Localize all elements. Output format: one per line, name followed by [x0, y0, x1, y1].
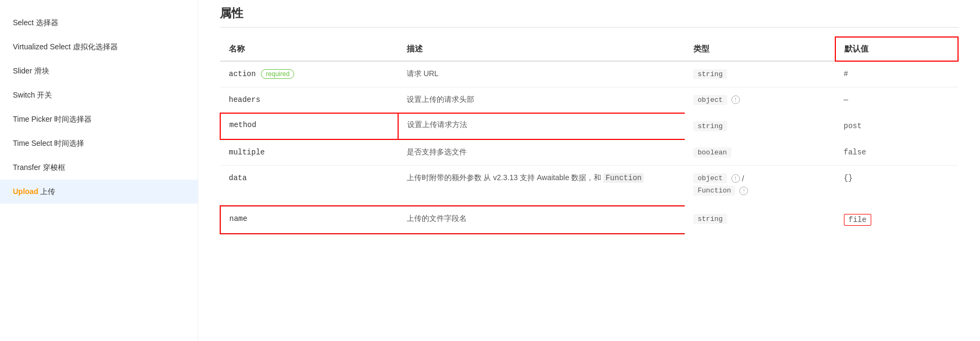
props-table: 名称 描述 类型 默认值 action required 请求 URL: [220, 36, 959, 234]
sidebar-label-zh: 时间选择: [54, 139, 84, 147]
sidebar: Select 选择器 Virtualized Select 虚拟化选择器 Sli…: [0, 0, 198, 341]
prop-type-cell: string: [685, 206, 835, 234]
sidebar-item-slider[interactable]: Slider 滑块: [0, 59, 198, 83]
type-badge: object: [693, 173, 727, 183]
default-value: false: [844, 148, 866, 157]
sidebar-label-en: Upload: [13, 187, 40, 196]
sidebar-item-time-select[interactable]: Time Select 时间选择: [0, 131, 198, 155]
table-header-row: 名称 描述 类型 默认值: [220, 37, 958, 61]
col-header-desc: 描述: [398, 37, 685, 61]
info-icon: !: [731, 95, 740, 104]
default-value: file: [844, 214, 872, 226]
prop-desc: 上传的文件字段名: [407, 214, 467, 223]
sidebar-label-en: Select: [13, 18, 36, 27]
default-value: —: [844, 95, 848, 104]
prop-type-cell: boolean: [685, 139, 835, 166]
col-header-type: 类型: [685, 37, 835, 61]
info-icon: !: [731, 174, 740, 183]
code-span: Function: [603, 173, 644, 183]
type-row-1: object ! /: [693, 173, 827, 183]
table-row: data 上传时附带的额外参数 从 v2.3.13 支持 Awaitable 数…: [220, 166, 958, 206]
prop-name-cell: name: [220, 206, 398, 234]
prop-default-cell: false: [835, 139, 959, 166]
sidebar-item-virtualized-select[interactable]: Virtualized Select 虚拟化选择器: [0, 35, 198, 59]
sidebar-item-transfer[interactable]: Transfer 穿梭框: [0, 155, 198, 180]
type-row-2: Function !: [693, 186, 827, 196]
type-badge: object: [693, 95, 727, 105]
prop-default-cell: post: [835, 113, 959, 139]
default-value: {}: [844, 174, 853, 182]
sidebar-item-upload[interactable]: Upload 上传: [0, 180, 198, 204]
default-value: #: [844, 70, 848, 78]
sidebar-label-zh: 选择器: [36, 18, 58, 27]
prop-desc: 设置上传的请求头部: [407, 95, 474, 103]
sidebar-label-en: Time Picker: [13, 115, 54, 123]
sidebar-label-zh: 滑块: [34, 66, 49, 75]
prop-desc-cell: 上传时附带的额外参数 从 v2.3.13 支持 Awaitable 数据，和 F…: [398, 166, 685, 206]
sidebar-label-zh: 时间选择器: [54, 115, 92, 123]
table-row: method 设置上传请求方法 string post: [220, 113, 958, 139]
prop-name-cell: data: [220, 166, 398, 206]
type-badge: string: [693, 69, 727, 79]
sidebar-label-zh: 上传: [40, 187, 55, 196]
sidebar-label-en: Switch: [13, 91, 37, 99]
prop-default-cell: —: [835, 87, 959, 114]
prop-name: data: [229, 174, 247, 182]
table-row: name 上传的文件字段名 string file: [220, 206, 958, 234]
default-value: post: [844, 122, 862, 130]
sidebar-label-zh: 开关: [37, 91, 52, 99]
prop-name: action: [229, 70, 256, 78]
type-badge: boolean: [693, 147, 731, 158]
sidebar-label-en: Transfer: [13, 163, 43, 172]
sidebar-item-time-picker[interactable]: Time Picker 时间选择器: [0, 107, 198, 131]
prop-desc-cell: 请求 URL: [398, 61, 685, 87]
table-row: multiple 是否支持多选文件 boolean false: [220, 139, 958, 166]
prop-desc: 上传时附带的额外参数 从 v2.3.13 支持 Awaitable 数据，和 F…: [407, 173, 644, 182]
info-icon: !: [739, 187, 748, 195]
sidebar-label-zh: 虚拟化选择器: [73, 42, 118, 51]
sidebar-label-en: Slider: [13, 66, 34, 75]
prop-type-cell: string: [685, 113, 835, 139]
prop-desc: 设置上传请求方法: [407, 120, 467, 129]
prop-name: headers: [229, 95, 260, 104]
prop-name: method: [229, 121, 256, 129]
prop-name-cell: action required: [220, 61, 398, 87]
sidebar-label-zh: 穿梭框: [43, 163, 65, 172]
prop-default-cell: #: [835, 61, 959, 87]
type-badge: string: [693, 121, 727, 131]
prop-default-cell: file: [835, 206, 959, 234]
prop-desc: 请求 URL: [407, 69, 439, 78]
sidebar-label-en: Virtualized Select: [13, 42, 73, 51]
required-badge: required: [261, 69, 294, 79]
sidebar-item-switch[interactable]: Switch 开关: [0, 83, 198, 107]
page-container: Select 选择器 Virtualized Select 虚拟化选择器 Sli…: [0, 0, 980, 341]
prop-name: name: [229, 214, 248, 223]
col-header-default: 默认值: [835, 37, 959, 61]
sidebar-label-en: Time Select: [13, 139, 54, 147]
prop-name-cell: method: [220, 113, 398, 139]
prop-type-cell: object !: [685, 87, 835, 114]
type-separator: /: [742, 174, 744, 183]
page-title: 属性: [220, 5, 959, 28]
type-badge: Function: [693, 186, 735, 196]
prop-desc-cell: 设置上传请求方法: [398, 113, 685, 139]
main-content: 属性 名称 描述 类型 默认值 action required: [198, 0, 980, 341]
prop-default-cell: {}: [835, 166, 959, 206]
prop-desc-cell: 设置上传的请求头部: [398, 87, 685, 114]
col-header-name: 名称: [220, 37, 398, 61]
prop-desc-cell: 上传的文件字段名: [398, 206, 685, 234]
prop-desc-cell: 是否支持多选文件: [398, 139, 685, 166]
type-badge: string: [693, 214, 727, 224]
prop-desc: 是否支持多选文件: [407, 147, 467, 156]
prop-name: multiple: [229, 148, 265, 157]
prop-type-cell: string: [685, 61, 835, 87]
prop-type-cell: object ! / Function !: [685, 166, 835, 206]
prop-name-cell: multiple: [220, 139, 398, 166]
table-row: headers 设置上传的请求头部 object ! —: [220, 87, 958, 114]
prop-name-cell: headers: [220, 87, 398, 114]
sidebar-item-select[interactable]: Select 选择器: [0, 11, 198, 35]
table-row: action required 请求 URL string #: [220, 61, 958, 87]
